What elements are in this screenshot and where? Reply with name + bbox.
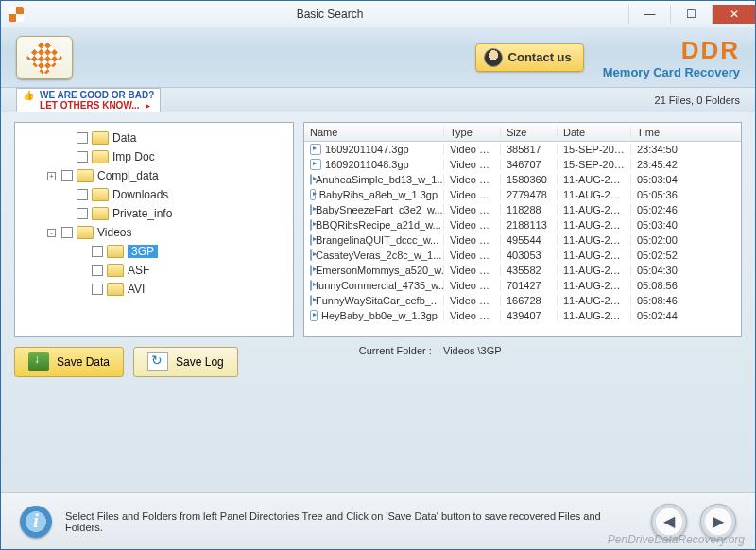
folder-icon <box>107 283 124 296</box>
expand-toggle <box>62 191 71 199</box>
tree-item[interactable]: ASF <box>17 261 291 280</box>
video-icon <box>310 249 312 261</box>
file-row[interactable]: FunnyWaySitaCar_cefb_...Video File166728… <box>304 293 741 308</box>
expand-toggle[interactable]: + <box>47 172 56 180</box>
file-row[interactable]: EmersonMommys_a520_w...Video File4355821… <box>304 263 741 278</box>
video-icon <box>310 204 312 215</box>
file-row[interactable]: AnuheaSimple_bd13_w_1...Video File158036… <box>304 172 741 187</box>
info-icon: i <box>20 506 52 538</box>
tree-label: Imp Doc <box>112 150 155 163</box>
file-row[interactable]: BBQRibsRecipe_a21d_w...Video File2188113… <box>304 217 741 232</box>
tree-item[interactable]: AVI <box>17 280 291 299</box>
tree-item[interactable]: Data <box>17 129 291 147</box>
tree-item[interactable]: Imp Doc <box>17 147 291 166</box>
save-icon <box>28 352 49 371</box>
arrow-icon: ▸ <box>146 100 150 111</box>
app-window: Basic Search — ☐ ✕ Contact us DDR Memory… <box>0 0 756 550</box>
checkbox[interactable] <box>77 151 88 163</box>
checkbox[interactable] <box>77 189 88 200</box>
file-list-pane: Name Type Size Date Time 16092011047.3gp… <box>303 122 742 337</box>
folder-icon <box>92 188 109 201</box>
feedback-badge[interactable]: 👍 WE ARE GOOD OR BAD? LET OTHERS KNOW...… <box>16 88 161 112</box>
brand-block: DDR Memory Card Recovery <box>603 36 740 79</box>
footer-hint: Select Files and Folders from left Panel… <box>65 510 638 533</box>
save-data-button[interactable]: Save Data <box>14 347 124 377</box>
close-button[interactable]: ✕ <box>712 5 755 24</box>
checkbox[interactable] <box>92 246 103 257</box>
sub-toolbar: 👍 WE ARE GOOD OR BAD? LET OTHERS KNOW...… <box>1 88 755 112</box>
expand-toggle[interactable]: - <box>47 229 56 237</box>
save-log-button[interactable]: Save Log <box>133 347 238 377</box>
video-icon <box>310 144 321 155</box>
tree-label: Downloads <box>112 188 168 201</box>
checkbox[interactable] <box>77 208 88 219</box>
folder-icon <box>107 245 124 258</box>
video-icon <box>310 234 312 246</box>
col-type[interactable]: Type <box>444 127 501 138</box>
log-icon <box>147 352 168 371</box>
col-time[interactable]: Time <box>631 127 688 138</box>
minimize-button[interactable]: — <box>628 5 670 24</box>
expand-toggle <box>77 285 86 294</box>
col-date[interactable]: Date <box>558 127 631 138</box>
video-icon <box>310 219 312 231</box>
titlebar: Basic Search — ☐ ✕ <box>1 1 755 27</box>
list-header: Name Type Size Date Time <box>304 123 741 142</box>
folder-tree[interactable]: DataImp Doc+Compl_dataDownloadsPrivate_i… <box>14 122 294 337</box>
folder-icon <box>92 131 109 145</box>
file-row[interactable]: HeyBaby_bb0e_w_1.3gpVideo File43940711-A… <box>304 308 741 323</box>
col-name[interactable]: Name <box>304 127 444 138</box>
person-icon <box>484 48 503 67</box>
file-count: 21 Files, 0 Folders <box>655 95 740 106</box>
tree-item[interactable]: 3GP <box>17 242 291 261</box>
brand-subtitle: Memory Card Recovery <box>603 65 740 79</box>
tree-label: Private_info <box>112 207 172 220</box>
tree-label: Data <box>112 131 136 145</box>
file-row[interactable]: 16092011048.3gpVideo File34670715-SEP-20… <box>304 157 741 172</box>
file-row[interactable]: funnyCommercial_4735_w...Video File70142… <box>304 278 741 293</box>
file-row[interactable]: BabyRibs_a8eb_w_1.3gpVideo File277947811… <box>304 187 741 202</box>
main-area: DataImp Doc+Compl_dataDownloadsPrivate_i… <box>1 112 755 492</box>
file-row[interactable]: BrangelinaQUIT_dccc_w...Video File495544… <box>304 232 741 248</box>
checkbox[interactable] <box>92 284 103 295</box>
expand-toggle <box>62 210 71 218</box>
video-icon <box>310 280 312 291</box>
tree-label: Videos <box>97 226 131 239</box>
action-bar: Save Data Save Log <box>14 347 238 377</box>
folder-icon <box>77 169 94 182</box>
tree-label: 3GP <box>128 245 158 258</box>
expand-toggle <box>62 134 71 143</box>
checkbox[interactable] <box>61 227 73 238</box>
tree-item[interactable]: +Compl_data <box>17 166 291 185</box>
video-icon <box>310 159 321 170</box>
tree-item[interactable]: Private_info <box>17 204 291 223</box>
file-row[interactable]: BabySneezeFart_c3e2_w...Video File118288… <box>304 202 741 217</box>
header: Contact us DDR Memory Card Recovery <box>1 27 755 88</box>
app-icon <box>9 7 24 22</box>
contact-label: Contact us <box>508 50 572 64</box>
checkbox[interactable] <box>77 132 88 144</box>
tree-item[interactable]: Downloads <box>17 185 291 204</box>
maximize-button[interactable]: ☐ <box>670 5 712 24</box>
checkbox[interactable] <box>92 265 103 276</box>
video-icon <box>310 174 312 185</box>
video-icon <box>310 295 312 306</box>
checkbox[interactable] <box>61 170 73 181</box>
video-icon <box>310 265 312 276</box>
logo <box>16 36 73 79</box>
video-icon <box>310 189 316 200</box>
expand-toggle <box>77 248 86 256</box>
file-rows[interactable]: 16092011047.3gpVideo File38581715-SEP-20… <box>304 142 741 336</box>
file-row[interactable]: CasateyVeras_2c8c_w_1...Video File403053… <box>304 248 741 263</box>
file-row[interactable]: 16092011047.3gpVideo File38581715-SEP-20… <box>304 142 741 157</box>
expand-toggle <box>62 153 71 162</box>
folder-icon <box>107 264 124 277</box>
tree-item[interactable]: -Videos <box>17 223 291 242</box>
tree-label: AVI <box>128 283 145 296</box>
folder-icon <box>92 207 109 220</box>
contact-us-button[interactable]: Contact us <box>475 43 584 72</box>
folder-icon <box>77 226 94 239</box>
folder-icon <box>92 150 109 163</box>
col-size[interactable]: Size <box>501 127 558 138</box>
video-icon <box>310 310 318 321</box>
